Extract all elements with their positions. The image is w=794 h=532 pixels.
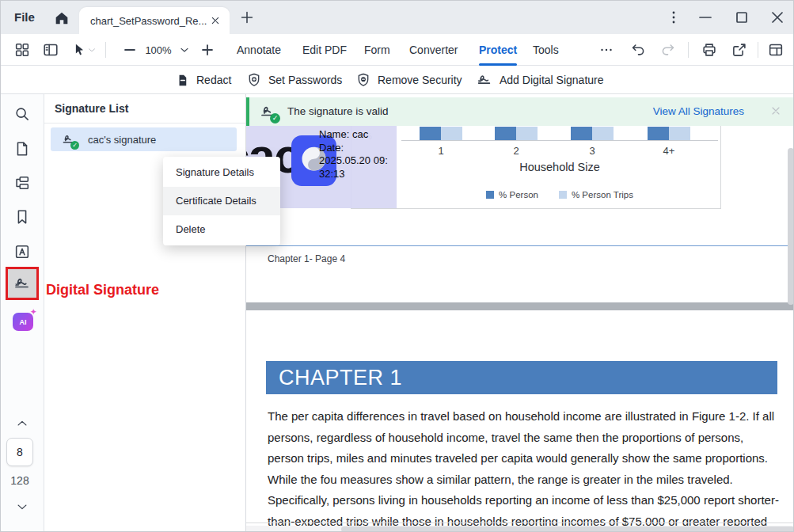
panel-header: Signature List	[44, 94, 245, 124]
menu-item-delete[interactable]: Delete	[163, 215, 280, 244]
redact-button[interactable]: Redact	[175, 66, 231, 94]
zoom-level-value[interactable]: 100%	[140, 44, 177, 56]
shield-plus-icon	[246, 72, 262, 88]
tab-edit-pdf[interactable]: Edit PDF	[302, 34, 347, 66]
signature-valid-icon: ✓	[61, 131, 77, 147]
bar-persontrips-3	[592, 127, 614, 140]
stamp-date-line2: 32:13	[319, 168, 396, 181]
signature-item-label: cac's signature	[88, 134, 156, 146]
valid-check-badge: ✓	[70, 141, 79, 150]
more-menu-button[interactable]	[664, 8, 683, 27]
stamp-details: Name: cac Date: 2025.05.20 09: 32:13	[319, 128, 396, 180]
bar-persontrips-4plus	[669, 127, 690, 140]
select-tool-dropdown[interactable]	[86, 41, 97, 59]
tab-form[interactable]: Form	[364, 34, 390, 66]
chart-legend: % Person % Person Trips	[401, 190, 718, 200]
remove-security-button[interactable]: Remove Security	[355, 66, 462, 94]
ai-assistant-button[interactable]: AI✦	[13, 313, 33, 331]
panel-title: Signature List	[55, 102, 128, 115]
banner-close-button[interactable]	[769, 104, 782, 117]
signature-icon	[13, 274, 32, 293]
window-close-button[interactable]	[768, 8, 787, 27]
vertical-scrollbar-thumb[interactable]	[788, 148, 794, 305]
undo-button[interactable]	[629, 41, 647, 59]
more-tools-button[interactable]	[598, 41, 615, 59]
share-icon	[731, 41, 748, 59]
next-page-button[interactable]	[15, 500, 29, 514]
grid-view-button[interactable]	[13, 41, 31, 59]
x-tick-label: 3	[576, 145, 608, 157]
redact-label: Redact	[196, 74, 231, 86]
share-button[interactable]	[731, 41, 748, 59]
redact-icon	[175, 73, 190, 88]
undo-icon	[629, 41, 647, 59]
horizontal-scrollbar[interactable]	[246, 526, 794, 532]
bookmarks-button[interactable]	[13, 208, 31, 226]
minimize-button[interactable]	[696, 8, 715, 27]
print-button[interactable]	[701, 41, 718, 59]
sparkle-icon: ✦	[30, 308, 36, 316]
zoom-in-button[interactable]	[199, 41, 216, 59]
signature-list-item[interactable]: ✓ cac's signature	[51, 127, 237, 151]
view-all-signatures-link[interactable]: View All Signatures	[653, 105, 744, 117]
toolbar-divider	[758, 42, 758, 58]
tab-close-button[interactable]	[209, 14, 222, 27]
annotations-button[interactable]	[13, 243, 31, 260]
chevron-down-icon	[86, 41, 97, 59]
menu-item-signature-details[interactable]: Signature Details	[163, 158, 280, 187]
select-tool-button[interactable]	[70, 41, 88, 59]
layout-icon	[767, 41, 785, 59]
shield-minus-icon	[355, 72, 371, 88]
valid-check-badge: ✓	[270, 113, 280, 124]
vertical-scrollbar[interactable]	[787, 127, 794, 523]
tab-annotate[interactable]: Annotate	[237, 34, 281, 66]
letter-a-icon	[13, 243, 31, 260]
toolbar-divider	[105, 42, 106, 58]
new-tab-button[interactable]	[238, 9, 256, 26]
zoom-out-button[interactable]	[121, 41, 139, 59]
search-icon	[13, 105, 31, 123]
page-thumbnails-button[interactable]	[13, 140, 31, 158]
current-page-input[interactable]: 8	[6, 438, 33, 466]
previous-page-button[interactable]	[15, 416, 29, 431]
bookmark-icon	[13, 208, 31, 226]
file-menu[interactable]: File	[14, 10, 35, 24]
tab-converter[interactable]: Converter	[409, 34, 458, 66]
page-icon	[13, 140, 31, 158]
household-size-chart: 0% 1 2 3 4+ Household Size % Person % Pe…	[351, 120, 721, 209]
x-tick-label: 4+	[653, 145, 685, 157]
redo-button[interactable]	[659, 41, 677, 59]
page-bottom-line	[246, 522, 794, 523]
maximize-button[interactable]	[732, 8, 751, 27]
add-digital-signature-button[interactable]: Add Digital Signature	[476, 66, 604, 94]
bar-persontrips-2	[516, 127, 538, 140]
horizontal-scrollbar-thumb[interactable]	[341, 526, 794, 532]
sidebar-toggle-button[interactable]	[42, 41, 59, 59]
tab-protect[interactable]: Protect	[479, 34, 517, 66]
close-icon	[209, 14, 222, 27]
x-axis-title: Household Size	[401, 161, 718, 173]
chevron-down-icon	[15, 500, 29, 514]
zoom-dropdown[interactable]	[178, 41, 191, 59]
banner-message: The signature is valid	[287, 105, 389, 117]
set-passwords-button[interactable]: Set Passwords	[246, 66, 342, 94]
signature-valid-banner: ✓ The signature is valid View All Signat…	[246, 97, 794, 126]
document-tab[interactable]: chart_SetPassword_Re...	[79, 7, 230, 34]
annotation-digital-signature-label: Digital Signature	[46, 282, 159, 298]
tab-tools[interactable]: Tools	[533, 34, 559, 66]
bar-person-2	[495, 127, 516, 140]
digital-signature-panel-button[interactable]	[6, 267, 39, 300]
split-panel-icon	[42, 41, 59, 59]
page-layout-button[interactable]	[767, 41, 785, 59]
home-button[interactable]	[53, 10, 70, 27]
maximize-icon	[732, 8, 751, 27]
search-button[interactable]	[13, 105, 31, 123]
redo-icon	[659, 41, 677, 59]
document-page[interactable]: 0% 1 2 3 4+ Household Size % Person % Pe…	[246, 94, 794, 532]
layers-button[interactable]	[13, 174, 31, 192]
pdf-editor-window: File chart_SetPassword_Re... 100% Annota…	[0, 0, 794, 532]
set-passwords-label: Set Passwords	[268, 74, 342, 86]
left-rail: AI✦ 8 128	[1, 94, 44, 532]
body-paragraph: The per capita differences in travel bas…	[268, 406, 782, 532]
menu-item-certificate-details[interactable]: Certificate Details	[163, 187, 280, 215]
